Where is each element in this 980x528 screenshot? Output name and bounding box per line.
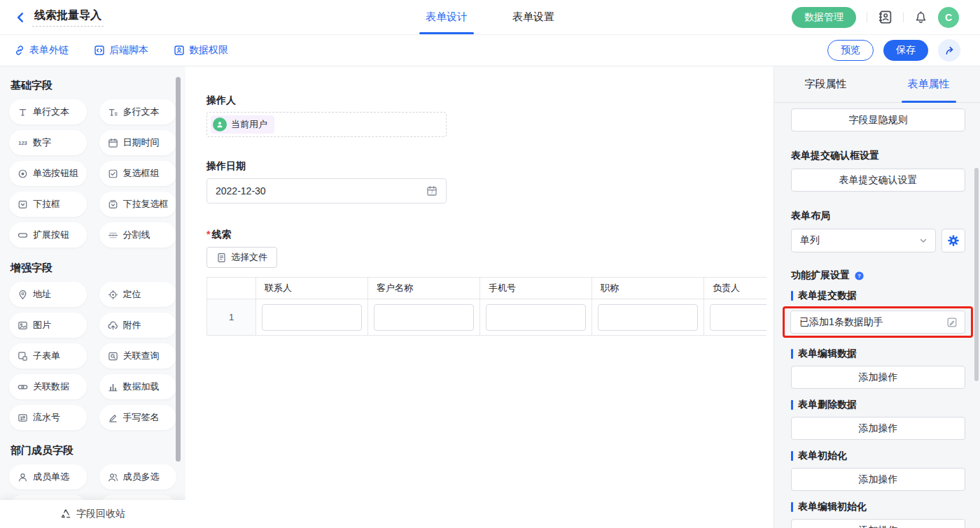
number-icon <box>18 138 28 148</box>
current-user-tag[interactable]: 当前用户 <box>211 115 274 134</box>
add-action-button-delete-data[interactable]: 添加操作 <box>791 417 965 440</box>
field-pill-multi-line-text[interactable]: 多行文本 <box>99 99 177 124</box>
column-header-owner: 负责人 <box>704 278 767 299</box>
field-pill-label: 下拉复选框 <box>123 198 169 211</box>
divider <box>867 13 867 22</box>
ext-label-submit-data: 表单提交数据 <box>791 290 965 302</box>
datetime-icon <box>108 138 118 148</box>
field-pill-image[interactable]: 图片 <box>9 313 87 338</box>
ext-label-edit-init: 表单编辑初始化 <box>791 501 965 513</box>
section-bar <box>791 349 793 359</box>
ext-label-text: 表单编辑数据 <box>798 348 857 360</box>
field-pill-select[interactable]: 下拉框 <box>9 192 87 217</box>
field-pill-datetime[interactable]: 日期时间 <box>99 130 177 155</box>
submit-confirm-settings-button[interactable]: 表单提交确认设置 <box>791 169 965 192</box>
table-cell-input-owner[interactable] <box>710 304 766 331</box>
field-pill-checkbox-group[interactable]: 复选框组 <box>99 161 177 186</box>
field-pill-data-load[interactable]: 数据加载 <box>99 374 177 399</box>
field-pill-extend-button[interactable]: 扩展按钮 <box>9 222 87 248</box>
gear-icon <box>947 234 960 247</box>
column-header-contact: 联系人 <box>256 278 368 299</box>
avatar[interactable]: C <box>938 7 959 28</box>
data-assistant-entry[interactable]: 已添加1条数据助手 <box>790 311 965 334</box>
tab-form-properties[interactable]: 表单属性 <box>877 66 980 102</box>
field-pill-label: 手写签名 <box>123 411 160 424</box>
serial-number-icon <box>18 413 28 423</box>
section-title-member-fields: 部门成员字段 <box>10 444 176 457</box>
field-pill-member-multi[interactable]: 成员多选 <box>99 464 177 490</box>
tab-form-settings[interactable]: 表单设置 <box>512 0 554 34</box>
field-pill-linked-query[interactable]: 关联查询 <box>99 343 177 369</box>
file-icon <box>216 252 227 263</box>
highlight-red-box: 已添加1条数据助手 <box>783 306 973 338</box>
field-pill-label: 单选按钮组 <box>33 167 78 180</box>
field-pill-multi-select[interactable]: 下拉复选框 <box>99 192 177 217</box>
field-pill-single-line-text[interactable]: 单行文本 <box>9 99 87 124</box>
field-pill-label: 扩展按钮 <box>33 229 69 241</box>
add-action-button-form-init[interactable]: 添加操作 <box>791 468 965 491</box>
field-pill-address[interactable]: 地址 <box>9 282 87 307</box>
toolbar-link-label: 后端脚本 <box>109 44 148 57</box>
backend-script-button[interactable]: 后端脚本 <box>94 44 148 57</box>
table-cell-input-contact[interactable] <box>262 304 362 331</box>
multi-select-icon <box>108 199 118 210</box>
submit-confirm-title: 表单提交确认框设置 <box>791 150 965 162</box>
field-pill-divider[interactable]: 分割线 <box>99 222 177 248</box>
person-icon <box>216 120 224 129</box>
table-cell-input-phone[interactable] <box>486 304 586 331</box>
save-button[interactable]: 保存 <box>883 40 928 61</box>
tab-field-properties[interactable]: 字段属性 <box>774 66 877 102</box>
toolbar-actions: 预览 保存 <box>827 39 960 62</box>
properties-panel: 字段属性 表单属性 字段显隐规则 表单提交确认框设置 表单提交确认设置 表单布局… <box>774 66 980 528</box>
field-pill-attachment[interactable]: 附件 <box>99 313 177 338</box>
data-load-icon <box>108 382 118 392</box>
layout-settings-button[interactable] <box>941 229 965 252</box>
field-pill-member-single[interactable]: 成员单选 <box>9 464 87 490</box>
preview-button[interactable]: 预览 <box>827 40 874 61</box>
sidebar-scrollbar[interactable] <box>176 77 181 462</box>
form-external-link-button[interactable]: 表单外链 <box>14 44 69 57</box>
share-button[interactable] <box>938 39 960 62</box>
recycle-bin-label: 字段回收站 <box>76 508 125 520</box>
field-pill-location[interactable]: 定位 <box>99 282 177 307</box>
back-icon[interactable] <box>14 11 27 24</box>
index-column-header <box>207 278 256 299</box>
table-cell-input-customer[interactable] <box>374 304 474 331</box>
table-header-row: 联系人 客户名称 手机号 职称 负责人 <box>207 278 767 299</box>
field-pill-radio-group[interactable]: 单选按钮组 <box>9 161 87 186</box>
layout-select[interactable]: 单列 <box>791 229 936 252</box>
data-manage-button[interactable]: 数据管理 <box>792 7 856 28</box>
help-icon[interactable] <box>854 271 864 281</box>
date-input[interactable]: 2022-12-30 <box>206 178 447 204</box>
ext-label-edit-data: 表单编辑数据 <box>791 348 965 360</box>
page-title[interactable]: 线索批量导入 <box>32 8 104 27</box>
location-icon <box>108 290 118 300</box>
image-icon <box>18 320 28 331</box>
leads-label-text: 线索 <box>211 229 231 240</box>
contacts-icon[interactable] <box>878 10 892 24</box>
field-pill-signature[interactable]: 手写签名 <box>99 405 177 430</box>
bell-icon[interactable] <box>914 10 927 24</box>
sub-toolbar: 表单外链 后端脚本 数据权限 预览 保存 <box>0 35 980 66</box>
field-recycle-bin[interactable]: 字段回收站 <box>0 500 186 528</box>
add-action-button-edit-init[interactable]: 添加操作 <box>791 519 965 528</box>
field-pill-label: 图片 <box>33 319 51 331</box>
field-pill-linked-data[interactable]: 关联数据 <box>9 374 87 399</box>
panel-scrollbar[interactable] <box>974 168 979 381</box>
field-pill-number[interactable]: 数字 <box>9 130 87 155</box>
data-permission-button[interactable]: 数据权限 <box>174 44 228 57</box>
field-pill-subform[interactable]: 子表单 <box>9 343 87 369</box>
add-action-button-edit-data[interactable]: 添加操作 <box>791 366 965 389</box>
choose-file-button[interactable]: 选择文件 <box>206 247 277 268</box>
field-pill-serial-number[interactable]: 流水号 <box>9 405 87 430</box>
field-pill-label: 分割线 <box>123 229 150 241</box>
edit-icon[interactable] <box>946 317 958 328</box>
table-cell-input-title[interactable] <box>598 304 698 331</box>
tab-form-design[interactable]: 表单设计 <box>426 0 468 34</box>
operator-field[interactable]: 当前用户 <box>206 112 447 137</box>
operator-field-label: 操作人 <box>206 94 774 107</box>
layout-select-value: 单列 <box>800 234 820 247</box>
form-layout-title: 表单布局 <box>791 210 965 222</box>
field-visibility-rules-button[interactable]: 字段显隐规则 <box>791 108 965 131</box>
section-bar <box>791 451 793 461</box>
